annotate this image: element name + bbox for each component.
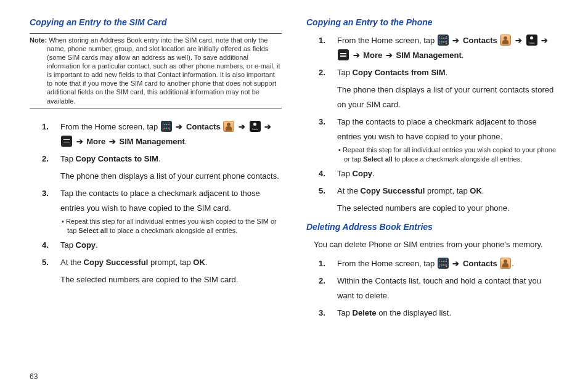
right-column: Copying an Entry to the Phone From the H… (306, 17, 558, 323)
apps-icon (438, 35, 449, 46)
dstep-2: Within the Contacts list, touch and hold… (306, 274, 558, 303)
step-2: Tap Copy Contacts to SIM. The phone then… (30, 152, 282, 184)
rstep-3-bullet: Repeat this step for all individual entr… (337, 145, 558, 164)
note-box: Note: When storing an Address Book entry… (30, 33, 282, 108)
contact-icon (500, 35, 511, 46)
arrow-icon: ➔ (174, 122, 184, 131)
rstep-1: From the Home screen, tap ➔ Contacts ➔ ➔… (306, 33, 558, 63)
apps-icon (161, 121, 172, 132)
arrow-icon: ➔ (451, 259, 460, 268)
heading-delete-entries: Deleting Address Book Entries (306, 222, 558, 232)
steps-copy-to-sim: From the Home screen, tap ➔ Contacts ➔ ➔… (30, 120, 282, 287)
contacts-tab-icon (250, 121, 261, 132)
arrow-icon: ➔ (514, 36, 523, 45)
steps-copy-to-phone: From the Home screen, tap ➔ Contacts ➔ ➔… (306, 33, 558, 216)
note-text: When storing an Address Book entry into … (47, 36, 280, 105)
step-2-follow: The phone then displays a list of your c… (60, 169, 282, 184)
arrow-icon: ➔ (352, 51, 361, 60)
contact-icon (223, 121, 234, 132)
arrow-icon: ➔ (540, 36, 549, 45)
contacts-tab-icon (526, 35, 537, 46)
step-5-follow: The selected numbers are copied to the S… (60, 272, 282, 287)
contact-icon (500, 258, 511, 269)
page-number: 63 (30, 372, 38, 381)
step-5: At the Copy Successful prompt, tap OK. T… (30, 255, 282, 287)
rstep-3: Tap the contacts to place a checkmark ad… (306, 115, 558, 164)
step-4: Tap Copy. (30, 238, 282, 253)
steps-delete: From the Home screen, tap ➔ Contacts . W… (306, 256, 558, 321)
delete-intro: You can delete Phone or SIM entries from… (314, 238, 558, 251)
left-column: Copying an Entry to the SIM Card Note: W… (30, 17, 282, 323)
arrow-icon: ➔ (75, 137, 84, 146)
heading-copy-to-phone: Copying an Entry to the Phone (306, 17, 558, 27)
note-label: Note: (30, 36, 47, 44)
arrow-icon: ➔ (263, 122, 272, 131)
dstep-3: Tap Delete on the displayed list. (306, 306, 558, 321)
menu-icon (61, 136, 72, 147)
step-3: Tap the contacts to place a checkmark ad… (30, 186, 282, 235)
heading-copy-to-sim: Copying an Entry to the SIM Card (30, 17, 282, 27)
apps-icon (438, 258, 449, 269)
menu-icon (338, 49, 349, 60)
arrow-icon: ➔ (451, 36, 460, 45)
rstep-5-follow: The selected numbers are copied to your … (337, 201, 558, 216)
rstep-4: Tap Copy. (306, 166, 558, 181)
arrow-icon: ➔ (237, 122, 247, 131)
rstep-5: At the Copy Successful prompt, tap OK. T… (306, 184, 558, 216)
arrow-icon: ➔ (385, 51, 394, 60)
rstep-2: Tap Copy Contacts from SIM. The phone th… (306, 65, 558, 112)
step-3-bullet: Repeat this step for all individual entr… (60, 217, 282, 235)
rstep-2-follow: The phone then displays a list of your c… (337, 83, 558, 112)
step-1: From the Home screen, tap ➔ Contacts ➔ ➔… (30, 120, 282, 149)
arrow-icon: ➔ (108, 137, 117, 146)
dstep-1: From the Home screen, tap ➔ Contacts . (306, 256, 558, 271)
